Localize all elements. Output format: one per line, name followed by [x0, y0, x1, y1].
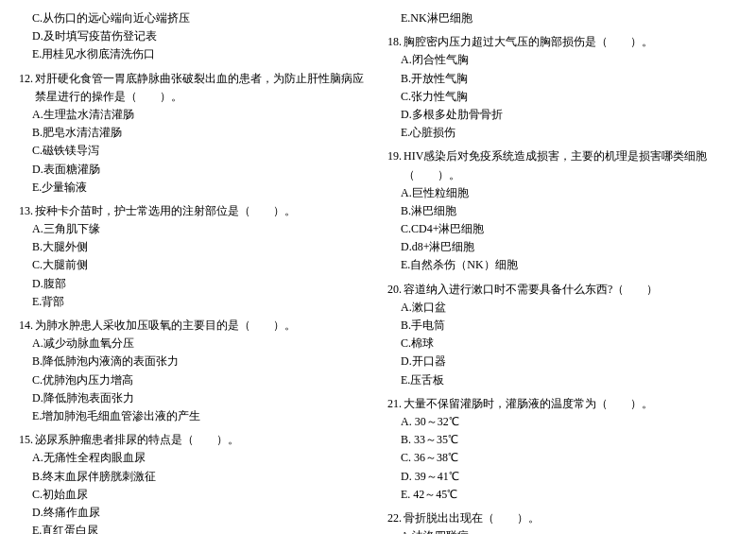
q14-opt-b: B.降低肺泡内液滴的表面张力	[19, 353, 369, 370]
q22-body: 骨折脱出出现在（ ）。	[404, 509, 737, 527]
question-15: 15. 泌尿系肿瘤患者排尿的特点是（ ）。 A.无痛性全程肉眼血尿 B.终末血尿…	[19, 431, 369, 534]
question-19-text: 19. HIV感染后对免疫系统造成损害，主要的机理是损害哪类细胞（ ）。	[387, 147, 737, 183]
question-19: 19. HIV感染后对免疫系统造成损害，主要的机理是损害哪类细胞（ ）。 A.巨…	[387, 147, 737, 274]
question-22: 22. 骨折脱出出现在（ ）。 A.法洛四联症 B.室间隔缺损 C.房间隔缺损 …	[387, 509, 737, 534]
question-22-text: 22. 骨折脱出出现在（ ）。	[387, 509, 737, 527]
question-18: 18. 胸腔密内压力超过大气压的胸部损伤是（ ）。 A.闭合性气胸 B.开放性气…	[387, 33, 737, 142]
q18-number: 18.	[387, 33, 402, 51]
q14-opt-e: E.增加肺泡毛细血管渗出液的产生	[19, 407, 369, 425]
option-d-register: D.及时填写疫苗伤登记表	[19, 27, 369, 45]
q14-opt-a: A.减少动脉血氧分压	[19, 335, 369, 353]
q14-number: 14.	[19, 317, 33, 335]
question-14-text: 14. 为肺水肿患人采收加压吸氧的主要目的是（ ）。	[19, 317, 369, 335]
question-12-text: 12. 对肝硬化食管一胃底静脉曲张破裂出血的患者，为防止肝性脑病应禁星进行的操作…	[19, 70, 369, 106]
q13-opt-c: C.大腿前侧	[19, 256, 369, 274]
question-18-text: 18. 胸腔密内压力超过大气压的胸部损伤是（ ）。	[387, 33, 737, 51]
q22-opt-a: A.法洛四联症	[387, 527, 737, 534]
q15-body: 泌尿系肿瘤患者排尿的特点是（ ）。	[35, 431, 369, 449]
q19-body: HIV感染后对免疫系统造成损害，主要的机理是损害哪类细胞（ ）。	[404, 147, 737, 183]
question-20: 20. 容道纳入进行漱口时不需要具备什么东西?（ ） A.漱口盆 B.手电筒 C…	[387, 281, 737, 389]
question-continuation-right: E.NK淋巴细胞	[387, 9, 737, 27]
q15-opt-e: E.直红蛋白尿	[19, 522, 369, 534]
question-15-text: 15. 泌尿系肿瘤患者排尿的特点是（ ）。	[19, 431, 369, 449]
right-column: E.NK淋巴细胞 18. 胸腔密内压力超过大气压的胸部损伤是（ ）。 A.闭合性…	[387, 9, 737, 534]
q15-opt-d: D.终痛作血尿	[19, 504, 369, 522]
q20-opt-d: D.开口器	[387, 353, 737, 370]
q19-opt-c: C.CD4+淋巴细胞	[387, 220, 737, 238]
q22-number: 22.	[387, 509, 402, 527]
q14-opt-c: C.优肺泡内压力增高	[19, 371, 369, 389]
q15-opt-b: B.终末血尿伴膀胱刺激征	[19, 468, 369, 486]
q21-opt-e: E. 42～45℃	[387, 486, 737, 504]
q18-body: 胸腔密内压力超过大气压的胸部损伤是（ ）。	[404, 33, 737, 51]
q20-number: 20.	[387, 281, 402, 299]
q18-opt-c: C.张力性气胸	[387, 88, 737, 106]
q20-body: 容道纳入进行漱口时不需要具备什么东西?（ ）	[404, 281, 737, 299]
q18-opt-e: E.心脏损伤	[387, 124, 737, 142]
q13-opt-b: B.大腿外侧	[19, 238, 369, 256]
q20-opt-a: A.漱口盆	[387, 299, 737, 317]
q13-opt-a: A.三角肌下缘	[19, 220, 369, 238]
q21-body: 大量不保留灌肠时，灌肠液的温度常为（ ）。	[404, 395, 737, 413]
q12-opt-c: C.磁铁镁导泻	[19, 142, 369, 160]
q19-opt-a: A.巨性粒细胞	[387, 184, 737, 202]
q20-opt-b: B.手电筒	[387, 317, 737, 335]
question-13-text: 13. 按种卡介苗时，护士常选用的注射部位是（ ）。	[19, 202, 369, 220]
q18-opt-d: D.多根多处肋骨骨折	[387, 106, 737, 124]
q20-opt-c: C.棉球	[387, 335, 737, 353]
q19-number: 19.	[387, 147, 402, 183]
q13-opt-d: D.腹部	[19, 275, 369, 293]
q13-body: 按种卡介苗时，护士常选用的注射部位是（ ）。	[35, 202, 369, 220]
q12-body: 对肝硬化食管一胃底静脉曲张破裂出血的患者，为防止肝性脑病应禁星进行的操作是（ ）…	[35, 70, 369, 106]
q12-number: 12.	[19, 70, 33, 106]
q15-opt-c: C.初始血尿	[19, 486, 369, 504]
q18-opt-b: B.开放性气胸	[387, 70, 737, 88]
q12-opt-e: E.少量输液	[19, 179, 369, 197]
q21-opt-c: C. 36～38℃	[387, 449, 737, 467]
q12-opt-d: D.表面糖灌肠	[19, 161, 369, 179]
question-21: 21. 大量不保留灌肠时，灌肠液的温度常为（ ）。 A. 30～32℃ B. 3…	[387, 395, 737, 504]
q19-opt-d: D.d8+淋巴细胞	[387, 238, 737, 256]
q14-body: 为肺水肿患人采收加压吸氧的主要目的是（ ）。	[35, 317, 369, 335]
question-14: 14. 为肺水肿患人采收加压吸氧的主要目的是（ ）。 A.减少动脉血氧分压 B.…	[19, 317, 369, 425]
q21-opt-b: B. 33～35℃	[387, 431, 737, 449]
q15-opt-a: A.无痛性全程肉眼血尿	[19, 449, 369, 467]
q21-number: 21.	[387, 395, 402, 413]
two-column-layout: C.从伤口的远心端向近心端挤压 D.及时填写疫苗伤登记表 E.用桂见水彻底清洗伤…	[19, 9, 737, 534]
q13-number: 13.	[19, 202, 33, 220]
q21-opt-a: A. 30～32℃	[387, 413, 737, 431]
opt-e-nk: E.NK淋巴细胞	[387, 9, 737, 27]
page: C.从伤口的远心端向近心端挤压 D.及时填写疫苗伤登记表 E.用桂见水彻底清洗伤…	[19, 9, 737, 534]
left-column: C.从伤口的远心端向近心端挤压 D.及时填写疫苗伤登记表 E.用桂见水彻底清洗伤…	[19, 9, 369, 534]
q12-opt-b: B.肥皂水清洁灌肠	[19, 124, 369, 142]
q18-opt-a: A.闭合性气胸	[387, 51, 737, 69]
q15-number: 15.	[19, 431, 33, 449]
question-12: 12. 对肝硬化食管一胃底静脉曲张破裂出血的患者，为防止肝性脑病应禁星进行的操作…	[19, 70, 369, 197]
question-20-text: 20. 容道纳入进行漱口时不需要具备什么东西?（ ）	[387, 281, 737, 299]
q12-opt-a: A.生理盐水清洁灌肠	[19, 106, 369, 124]
q14-opt-d: D.降低肺泡表面张力	[19, 389, 369, 407]
question-21-text: 21. 大量不保留灌肠时，灌肠液的温度常为（ ）。	[387, 395, 737, 413]
q13-opt-e: E.背部	[19, 293, 369, 311]
q19-opt-b: B.淋巴细胞	[387, 202, 737, 220]
question-continuation-left: C.从伤口的远心端向近心端挤压 D.及时填写疫苗伤登记表 E.用桂见水彻底清洗伤…	[19, 9, 369, 64]
q21-opt-d: D. 39～41℃	[387, 468, 737, 486]
option-e-wash: E.用桂见水彻底清洗伤口	[19, 45, 369, 63]
option-c-from: C.从伤口的远心端向近心端挤压	[19, 9, 369, 27]
question-13: 13. 按种卡介苗时，护士常选用的注射部位是（ ）。 A.三角肌下缘 B.大腿外…	[19, 202, 369, 311]
q20-opt-e: E.压舌板	[387, 371, 737, 389]
q19-opt-e: E.自然杀伤（NK）细胞	[387, 256, 737, 274]
